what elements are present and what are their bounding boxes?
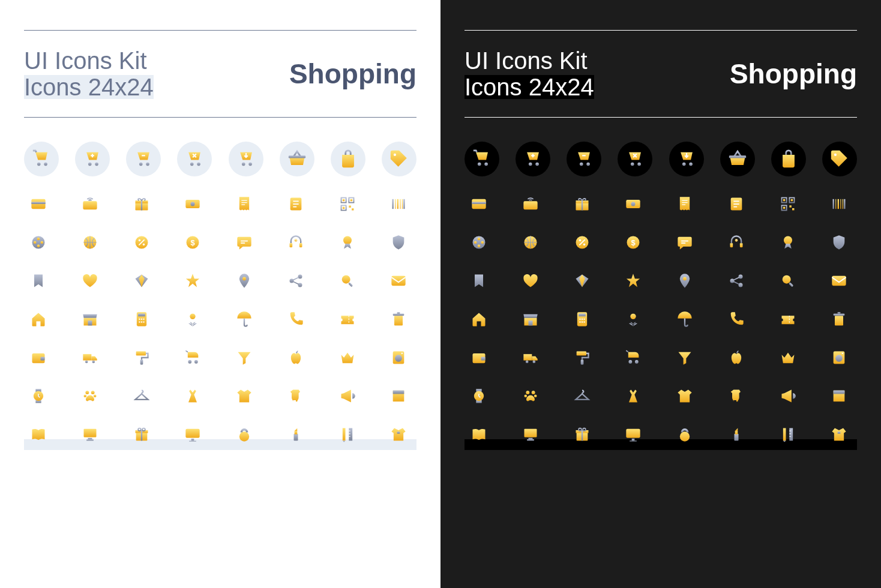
svg-rect-17 bbox=[140, 200, 142, 210]
svg-point-99 bbox=[138, 428, 141, 431]
svg-point-178 bbox=[631, 314, 636, 319]
svg-point-2 bbox=[88, 163, 92, 166]
svg-rect-140 bbox=[835, 199, 836, 209]
svg-rect-136 bbox=[783, 207, 785, 209]
svg-rect-180 bbox=[834, 314, 845, 316]
cart-down-icon bbox=[669, 142, 704, 176]
svg-rect-202 bbox=[834, 391, 845, 394]
svg-point-37 bbox=[37, 245, 40, 248]
percent-icon bbox=[132, 233, 151, 252]
shield-icon bbox=[829, 233, 849, 252]
box-icon bbox=[389, 386, 408, 406]
book-icon bbox=[469, 425, 489, 444]
svg-rect-188 bbox=[580, 360, 583, 365]
cart-add-icon bbox=[516, 142, 550, 176]
svg-point-38 bbox=[34, 241, 37, 244]
dollar-coin-icon: $ bbox=[624, 233, 643, 252]
cart-icon bbox=[465, 142, 499, 176]
paint-roller-icon bbox=[573, 348, 592, 367]
watch-icon bbox=[469, 386, 489, 406]
tshirt-icon bbox=[235, 386, 254, 406]
kit-title: UI Icons Kit bbox=[465, 49, 594, 73]
hero-row bbox=[465, 142, 857, 176]
bag-icon bbox=[771, 142, 806, 176]
svg-rect-31 bbox=[397, 199, 398, 209]
wallet-icon bbox=[469, 348, 489, 367]
funnel-icon bbox=[235, 348, 254, 367]
category-label: Shopping bbox=[289, 58, 416, 90]
svg-point-87 bbox=[85, 391, 89, 394]
film-icon bbox=[29, 233, 48, 252]
svg-point-75 bbox=[85, 361, 88, 364]
svg-point-100 bbox=[142, 428, 145, 431]
dark-panel: UI Icons Kit Icons 24x24 Shopping $ ? bbox=[440, 0, 881, 588]
svg-rect-98 bbox=[140, 430, 142, 441]
svg-rect-171 bbox=[579, 314, 586, 317]
svg-rect-183 bbox=[481, 357, 486, 361]
mid-divider bbox=[465, 117, 857, 118]
svg-rect-107 bbox=[342, 428, 345, 441]
map-pin-icon bbox=[675, 271, 694, 290]
svg-point-53 bbox=[298, 275, 302, 279]
svg-rect-61 bbox=[138, 314, 145, 317]
kit-subtitle: Icons 24x24 bbox=[24, 75, 154, 99]
svg-rect-124 bbox=[523, 201, 537, 209]
svg-rect-219 bbox=[838, 431, 841, 434]
heart-icon bbox=[80, 271, 100, 290]
svg-rect-212 bbox=[632, 439, 635, 441]
flower-icon bbox=[624, 310, 643, 329]
svg-rect-33 bbox=[402, 199, 403, 209]
chat-icon bbox=[235, 233, 254, 252]
dress-icon bbox=[183, 386, 202, 406]
paw-icon bbox=[80, 386, 100, 406]
top-divider bbox=[465, 30, 857, 31]
dress-icon bbox=[624, 386, 643, 406]
share-icon bbox=[727, 271, 746, 290]
svg-point-55 bbox=[341, 275, 350, 284]
star-icon bbox=[624, 271, 643, 290]
svg-point-185 bbox=[526, 361, 529, 364]
svg-rect-123 bbox=[472, 202, 486, 205]
svg-point-114 bbox=[580, 163, 583, 166]
kit-title: UI Icons Kit bbox=[24, 49, 154, 73]
svg-rect-184 bbox=[523, 354, 532, 361]
calculator-icon bbox=[573, 310, 592, 329]
home-icon bbox=[469, 310, 489, 329]
basket-icon bbox=[720, 142, 755, 176]
svg-rect-71 bbox=[397, 312, 400, 313]
svg-rect-46 bbox=[289, 243, 292, 247]
trash-icon bbox=[389, 310, 408, 329]
basketball-icon bbox=[521, 233, 540, 252]
svg-point-113 bbox=[535, 163, 539, 166]
svg-rect-139 bbox=[833, 199, 834, 209]
svg-point-51 bbox=[242, 277, 246, 281]
store-icon bbox=[80, 310, 100, 329]
cart-cancel-icon bbox=[177, 142, 212, 176]
trash-icon bbox=[829, 310, 849, 329]
svg-point-66 bbox=[140, 322, 142, 323]
svg-point-214 bbox=[680, 431, 690, 441]
icon-grid: $ ? bbox=[465, 194, 857, 444]
svg-point-5 bbox=[146, 163, 150, 166]
svg-point-118 bbox=[682, 163, 685, 166]
svg-rect-29 bbox=[392, 199, 394, 209]
svg-point-112 bbox=[529, 163, 532, 166]
crown-icon bbox=[778, 348, 798, 367]
gift-icon bbox=[132, 194, 151, 214]
svg-point-52 bbox=[289, 279, 293, 283]
headset-icon: ? bbox=[727, 233, 746, 252]
headset-icon: ? bbox=[286, 233, 305, 252]
svg-point-162 bbox=[730, 279, 734, 283]
svg-point-36 bbox=[37, 238, 40, 241]
svg-rect-47 bbox=[299, 243, 302, 247]
svg-rect-135 bbox=[790, 199, 793, 202]
svg-point-43 bbox=[142, 244, 145, 246]
svg-point-3 bbox=[95, 163, 98, 166]
svg-rect-137 bbox=[789, 205, 792, 208]
svg-point-116 bbox=[631, 163, 634, 166]
svg-rect-156 bbox=[730, 243, 733, 247]
apple-icon bbox=[727, 348, 746, 367]
light-panel: UI Icons Kit Icons 24x24 Shopping $ ? bbox=[0, 0, 440, 588]
svg-point-111 bbox=[484, 163, 488, 166]
svg-point-76 bbox=[92, 361, 95, 364]
